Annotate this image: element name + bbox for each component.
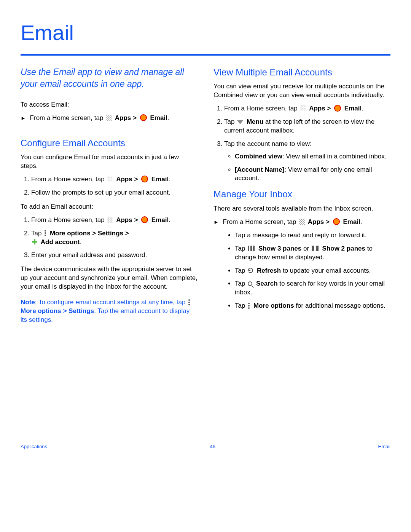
account-name-label: [Account Name] [235,166,284,173]
view-steps: From a Home screen, tap Apps > Email. Ta… [213,104,390,183]
combined-view-label: Combined view [235,153,282,160]
settings-label: Settings [98,230,123,237]
gt: > [92,230,98,237]
apps-label: Apps [308,218,324,225]
left-column: Use the Email app to view and manage all… [21,66,198,329]
text: From a Home screen, tap [224,105,299,112]
intro-text: Use the Email app to view and manage all… [21,66,198,90]
apps-label: Apps [116,176,132,183]
list-item: Tap a message to read and reply or forwa… [235,231,390,240]
content-columns: Use the Email app to view and manage all… [21,66,390,329]
list-item: Tap Show 3 panes or Show 2 panes to chan… [235,244,390,262]
apps-grid-icon [299,219,305,225]
configure-intro: You can configure Email for most account… [21,153,198,171]
list-item: Tap More options > Settings > Add accoun… [31,229,198,247]
text: to update your email accounts. [283,267,371,274]
list-item: Enter your email address and password. [31,251,198,260]
period: . [167,114,169,121]
email-label: Email [150,114,167,121]
refresh-icon [248,268,253,273]
show-2-panes-label: Show 2 panes [322,245,365,252]
email-app-icon [141,216,148,223]
page-footer: Applications 46 Email [21,443,390,450]
apps-grid-icon [300,105,306,111]
device-paragraph: The device communicates with the appropr… [21,265,198,291]
more-options-label: More options [21,307,61,315]
access-step: ► From a Home screen, tap Apps > Email. [21,114,198,123]
apps-grid-icon [106,115,112,121]
add-account-steps: From a Home screen, tap Apps > Email. Ta… [21,216,198,260]
add-account-label: To add an Email account: [21,203,198,211]
two-panes-icon [312,246,319,251]
configure-heading: Configure Email Accounts [21,137,198,149]
plus-icon [32,239,37,244]
view-sub-list: Combined view: View all email in a combi… [224,152,390,183]
list-item: From a Home screen, tap Apps > Email. [224,104,390,113]
text: Tap [31,230,43,237]
list-item: Tap Menu at the top left of the screen t… [224,118,390,135]
view-intro: You can view email you receive for multi… [213,82,390,100]
more-options-icon [248,303,250,309]
play-bullet-icon: ► [21,115,26,122]
manage-step: ► From a Home screen, tap Apps > Email. [213,218,390,227]
apps-grid-icon [107,217,113,223]
apps-label: Apps [116,216,132,224]
list-item: Combined view: View all email in a combi… [235,152,390,161]
note-label: Note [21,299,35,306]
gt: > [134,216,140,224]
list-item: Tap Search to search for key words in yo… [235,280,390,297]
search-icon [248,281,252,286]
gt: > [327,105,333,112]
list-item: Tap More options for additional message … [235,302,390,310]
list-item: From a Home screen, tap Apps > Email. [31,216,198,225]
access-label: To access Email: [21,101,198,109]
dropdown-menu-icon [237,120,243,124]
period: . [362,105,363,112]
menu-label: Menu [247,118,263,125]
email-label: Email [151,216,169,224]
gt: > [133,114,139,121]
footer-right: Email [378,443,390,450]
text: From a Home screen, tap [31,176,106,183]
text: or [303,245,311,252]
note-text-a: : To configure email account settings at… [35,299,187,306]
more-options-icon [45,230,46,236]
list-item: [Account Name]: View email for only one … [235,166,390,183]
settings-label: Settings [68,307,94,315]
text: Tap the account name to view: [224,140,312,147]
list-item: Tap the account name to view: Combined v… [224,140,390,183]
view-heading: View Multiple Email Accounts [213,66,390,78]
list-item: From a Home screen, tap Apps > Email. [31,175,198,184]
play-bullet-icon: ► [213,219,219,226]
email-label: Email [344,105,362,112]
text: : View all email in a combined inbox. [282,153,387,160]
more-options-icon [188,299,190,305]
page-title: Email [21,18,390,47]
gt: > [125,230,129,237]
apps-grid-icon [107,176,113,182]
footer-left: Applications [21,443,47,450]
right-column: View Multiple Email Accounts You can vie… [213,66,390,329]
text: From a Home screen, tap [223,218,298,225]
three-panes-icon [248,246,255,251]
title-rule [21,54,390,56]
apps-label: Apps [115,114,131,121]
text: Tap [224,118,236,125]
gt: > [63,307,68,315]
period: . [360,218,362,225]
email-app-icon [333,218,340,225]
email-app-icon [334,105,341,112]
footer-page-number: 46 [210,443,215,450]
manage-heading: Manage Your Inbox [213,188,390,200]
apps-label: Apps [309,105,325,112]
period: . [169,216,170,224]
add-account-label-inline: Add account [41,238,80,246]
more-options-label: More options [253,302,294,309]
more-options-label: More options [50,230,91,237]
text: Tap [235,280,247,287]
manage-bullets: Tap a message to read and reply or forwa… [213,231,390,311]
show-3-panes-label: Show 3 panes [258,245,301,252]
email-app-icon [141,176,148,182]
text: Tap [235,267,247,274]
refresh-label: Refresh [257,267,281,274]
